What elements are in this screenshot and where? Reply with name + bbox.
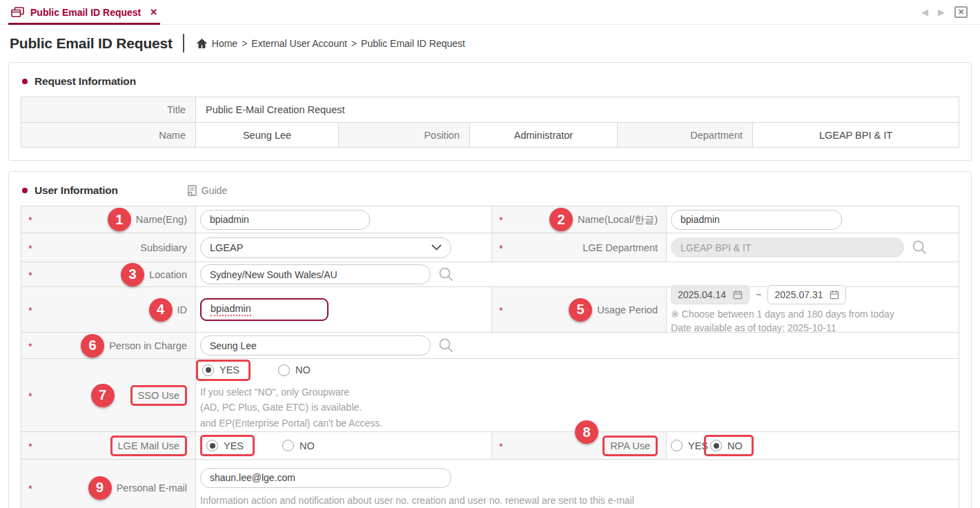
usage-period-label: Usage Period: [597, 304, 658, 315]
guide-label: Guide: [202, 185, 227, 196]
radio-label: NO: [727, 440, 743, 451]
radio-icon: [278, 364, 290, 376]
name-eng-label-cell: * 1 Name(Eng): [21, 206, 196, 233]
row-subsidiary: * Subsidiary LGEAP * LGE Department: [21, 233, 959, 262]
radio-label: YES: [219, 364, 239, 375]
lge-mail-use-yes-radio[interactable]: YES: [200, 435, 255, 456]
lge-department-label: LGE Department: [582, 242, 658, 253]
tab-bar: Public Email ID Request ✕ ◀ ▶ ✕: [0, 0, 980, 25]
annotation-badge-7: 7: [91, 384, 115, 407]
sso-use-yes-radio[interactable]: YES: [196, 360, 251, 381]
name-local-label: Name(Local/한글): [578, 213, 658, 226]
required-marker: *: [499, 304, 503, 315]
cascade-windows-icon: [11, 7, 24, 17]
sso-note-3: and EP(Enterprise Portal) can't be Acces…: [200, 416, 382, 431]
calendar-icon[interactable]: [733, 290, 743, 300]
lge-mail-use-label-cell: * LGE Mail Use: [21, 432, 196, 459]
id-label: ID: [177, 304, 188, 315]
person-in-charge-input[interactable]: [200, 335, 431, 355]
location-label: Location: [149, 269, 187, 280]
request-information-table: Title Public E-Mail Creation Request Nam…: [21, 97, 959, 148]
section-bullet: [22, 188, 28, 193]
tab-scroll-left-icon[interactable]: ◀: [921, 8, 928, 17]
annotation-badge-6: 6: [81, 334, 104, 358]
tab-scroll-right-icon[interactable]: ▶: [938, 8, 945, 17]
annotation-badge-1: 1: [108, 208, 131, 231]
annotation-badge-2: 2: [549, 208, 573, 231]
personal-email-label-cell: * 9 Personal E-mail: [21, 460, 196, 508]
sso-note-1: If you select "NO", only Groupware: [200, 384, 382, 400]
rpa-use-yes-radio[interactable]: YES: [671, 440, 708, 451]
id-input[interactable]: bpiadmin: [200, 298, 329, 321]
annotation-badge-9: 9: [88, 476, 112, 500]
sso-use-no-radio[interactable]: NO: [278, 364, 311, 376]
guide-button[interactable]: Guide: [187, 185, 227, 197]
annotation-badge-5: 5: [569, 298, 592, 322]
guide-document-icon: [187, 185, 197, 197]
required-marker: *: [499, 214, 503, 226]
department-label: Department: [618, 123, 753, 147]
department-value: LGEAP BPI & IT: [753, 123, 959, 147]
annotation-badge-4: 4: [149, 298, 173, 322]
request-information-panel: Request Information Title Public E-Mail …: [8, 62, 972, 161]
person-in-charge-label: Person in Charge: [109, 340, 187, 351]
location-label-cell: * 3 Location: [21, 262, 196, 286]
annotation-badge-8: 8: [575, 420, 598, 444]
name-eng-input[interactable]: [200, 210, 370, 230]
home-icon[interactable]: [196, 38, 208, 49]
required-marker: *: [28, 242, 32, 253]
row-id-usage-period: * 4 ID bpiadmin * 5 Usage Period 2025.04…: [21, 286, 959, 332]
usage-period-label-cell: * 5 Usage Period: [492, 287, 667, 332]
sso-note-2: (AD, PC Plus, Gate ETC) is available.: [200, 400, 382, 415]
usage-period-start-value: 2025.04.14: [678, 289, 726, 300]
row-personal-email: * 9 Personal E-mail Information action a…: [21, 459, 959, 508]
row-sso-use: * 7 SSO Use YES NO If you select "NO",: [21, 358, 959, 431]
page-header: Public Email ID Request Home External Us…: [0, 25, 980, 62]
lge-department-search-icon[interactable]: [912, 240, 928, 255]
subsidiary-selected-value: LGEAP: [210, 242, 243, 253]
person-in-charge-search-icon[interactable]: [438, 338, 454, 353]
required-marker: *: [28, 482, 32, 494]
personal-email-input[interactable]: [200, 468, 451, 488]
title-label: Title: [21, 97, 196, 122]
radio-icon: [206, 440, 218, 451]
required-marker: *: [499, 440, 503, 451]
rpa-use-no-radio[interactable]: NO: [704, 435, 754, 456]
radio-label: YES: [224, 440, 244, 451]
user-information-panel: User Information Guide * 1 Name(Eng): [8, 171, 972, 508]
subsidiary-label: Subsidiary: [140, 242, 187, 253]
rpa-use-label-cell: * 8 RPA Use: [492, 432, 667, 459]
tab-close-icon[interactable]: ✕: [150, 7, 157, 17]
breadcrumb: Home External User Account Public Email …: [212, 38, 465, 49]
usage-period-end-input[interactable]: 2025.07.31: [767, 285, 846, 304]
location-search-icon[interactable]: [438, 266, 454, 282]
row-mail-rpa: * LGE Mail Use YES NO * 8 RPA Use: [21, 431, 959, 459]
usage-period-start-input: 2025.04.14: [671, 285, 749, 304]
personal-email-label: Personal E-mail: [117, 482, 187, 494]
required-marker: *: [28, 440, 32, 451]
annotation-badge-3: 3: [121, 263, 144, 286]
close-all-tabs-icon[interactable]: ✕: [954, 6, 968, 18]
name-local-input[interactable]: [671, 210, 842, 230]
required-marker: *: [499, 242, 503, 253]
table-row: Title Public E-Mail Creation Request: [21, 97, 959, 122]
row-name: * 1 Name(Eng) * 2 Name(Local/한글): [21, 206, 959, 233]
breadcrumb-home[interactable]: Home: [212, 38, 237, 49]
radio-label: NO: [295, 364, 311, 375]
lge-mail-use-no-radio[interactable]: NO: [282, 440, 315, 451]
date-range-separator: ~: [756, 289, 761, 300]
subsidiary-select[interactable]: LGEAP: [200, 237, 451, 258]
personal-email-note: Information action and notification abou…: [200, 494, 634, 508]
calendar-icon[interactable]: [830, 290, 839, 300]
title-value: Public E-Mail Creation Request: [196, 97, 959, 122]
tab-public-email-id-request[interactable]: Public Email ID Request ✕: [8, 0, 160, 24]
user-information-table: * 1 Name(Eng) * 2 Name(Local/한글) * Subsi…: [21, 206, 959, 508]
table-row: Name Seung Lee Position Administrator De…: [21, 122, 959, 147]
breadcrumb-external-user-account[interactable]: External User Account: [242, 38, 347, 49]
user-information-heading: User Information: [35, 184, 118, 197]
radio-icon: [710, 440, 722, 451]
sso-use-label-cell: * 7 SSO Use: [21, 359, 196, 431]
section-bullet: [22, 79, 28, 84]
location-input[interactable]: [200, 264, 431, 284]
radio-icon: [671, 440, 683, 451]
